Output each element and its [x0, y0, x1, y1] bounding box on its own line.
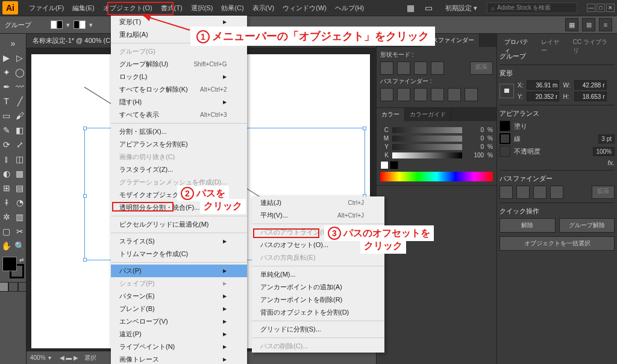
menuitem-画像トレース[interactable]: 画像トレース [111, 353, 247, 364]
outline-icon[interactable] [448, 88, 461, 101]
selection-tool-icon[interactable]: ▶ [0, 51, 13, 64]
transform-icon[interactable]: ⊞ [582, 18, 595, 31]
menuitem-グラデーションメッシュを作成(D)...[interactable]: グラデーションメッシュを作成(D)... [111, 176, 247, 189]
arrange-icon[interactable]: ▭ [422, 1, 436, 14]
fill-swatch-icon[interactable] [2, 257, 17, 271]
perspective-tool-icon[interactable]: ▦ [13, 167, 27, 180]
brush-tool-icon[interactable]: 🖌 [13, 109, 27, 122]
menu-edit[interactable]: 編集(E) [69, 2, 98, 14]
window-close-icon[interactable]: ✕ [606, 4, 615, 12]
object-menu-dropdown[interactable]: 変形(T)重ね順(A)グループ(G)グループ解除(U)Shift+Ctrl+Gロ… [111, 16, 247, 364]
slice-tool-icon[interactable]: ✂ [13, 225, 27, 238]
tab-properties[interactable]: プロパティ [500, 36, 536, 48]
menuitem-パターン(E)[interactable]: パターン(E) [111, 290, 247, 303]
fill-color-swatch[interactable] [500, 121, 510, 131]
minus-back-icon[interactable] [465, 88, 478, 101]
tab-align[interactable]: 整列 [399, 34, 421, 47]
fill-stroke-indicator[interactable]: ⇄ [2, 257, 24, 278]
eyedropper-tool-icon[interactable]: ⤉ [0, 196, 13, 209]
tab-transform[interactable]: 変形 [377, 34, 399, 47]
submenuitem-アンカーポイントを削除(R)[interactable]: アンカーポイントを削除(R) [252, 293, 384, 306]
lasso-tool-icon[interactable]: ◯ [13, 66, 27, 79]
graph-tool-icon[interactable]: ▥ [13, 210, 27, 224]
submenuitem-グリッドに分割(S)...[interactable]: グリッドに分割(S)... [252, 323, 384, 336]
menu-type[interactable]: 書式(T) [157, 2, 186, 14]
exclude-icon[interactable] [550, 186, 563, 199]
expand-button[interactable]: 拡張 [592, 186, 615, 199]
menu-object[interactable]: オブジェクト(O) [99, 2, 156, 14]
menuitem-モザイクオブジェクトを作成(J)...[interactable]: モザイクオブジェクトを作成(J)... [111, 189, 247, 201]
menuitem-遠近(P)[interactable]: 遠近(P) [111, 328, 247, 340]
crop-icon[interactable] [431, 88, 444, 101]
submenuitem-平均(V)...[interactable]: 平均(V)...Alt+Ctrl+J [252, 209, 384, 222]
path-submenu-dropdown[interactable]: 連結(J)Ctrl+J平均(V)...Alt+Ctrl+Jパスのアウトライン(U… [252, 196, 384, 353]
menuitem-スライス(S)[interactable]: スライス(S) [111, 235, 247, 248]
eraser-tool-icon[interactable]: ◧ [13, 124, 27, 137]
menuitem-グループ(G)[interactable]: グループ(G) [111, 45, 247, 58]
tab-color-guide[interactable]: カラーガイド [405, 108, 451, 121]
tab-pathfinder[interactable]: パスファインダー [421, 34, 480, 47]
menuitem-ブレンド(B)[interactable]: ブレンド(B) [111, 303, 247, 315]
menuitem-重ね順(A)[interactable]: 重ね順(A) [111, 28, 247, 41]
menuitem-分割・拡張(X)...[interactable]: 分割・拡張(X)... [111, 125, 247, 138]
minus-front-icon[interactable] [397, 61, 410, 75]
submenuitem-連結(J)[interactable]: 連結(J)Ctrl+J [252, 196, 384, 209]
select-similar-button[interactable]: オブジェクトを一括選択 [500, 236, 615, 251]
window-minimize-icon[interactable]: — [587, 4, 595, 12]
symbol-tool-icon[interactable]: ✲ [0, 210, 13, 224]
intersect-icon[interactable] [533, 186, 547, 199]
trim-icon[interactable] [397, 88, 410, 101]
rectangle-tool-icon[interactable]: ▭ [0, 109, 13, 122]
release-button[interactable]: 解除 [500, 218, 556, 233]
menuitem-変形(T)[interactable]: 変形(T) [111, 16, 247, 28]
spectrum-bar[interactable] [380, 172, 493, 181]
intersect-icon[interactable] [414, 61, 427, 75]
draw-behind-icon[interactable] [8, 282, 18, 292]
x-field[interactable] [527, 80, 559, 90]
fx-button[interactable]: fx. [500, 159, 615, 166]
menuitem-ラスタライズ(Z)...[interactable]: ラスタライズ(Z)... [111, 163, 247, 176]
zoom-tool-icon[interactable]: 🔍 [13, 239, 27, 253]
bridge-icon[interactable]: ▦ [404, 1, 418, 14]
zoom-level[interactable]: 400% [30, 354, 46, 361]
menuitem-画像の切り抜き(C)[interactable]: 画像の切り抜き(C) [111, 151, 247, 163]
workspace-preset[interactable]: 初期設定 ▾ [440, 2, 482, 14]
rotate-tool-icon[interactable]: ⟳ [0, 138, 13, 151]
menuitem-ロック(L)[interactable]: ロック(L) [111, 71, 247, 83]
magic-wand-tool-icon[interactable]: ✦ [0, 66, 13, 79]
menu-file[interactable]: ファイル(F) [25, 2, 67, 14]
expand-button[interactable]: 拡張 [470, 61, 493, 75]
submenuitem-単純化(M)...[interactable]: 単純化(M)... [252, 268, 384, 281]
line-tool-icon[interactable]: ╱ [13, 95, 27, 108]
curvature-tool-icon[interactable]: 〰 [13, 80, 27, 93]
h-field[interactable] [574, 92, 607, 101]
menuitem-ライブペイント(N)[interactable]: ライブペイント(N) [111, 340, 247, 353]
shaper-tool-icon[interactable]: ✎ [0, 124, 13, 137]
menuitem-すべてを表示[interactable]: すべてを表示Alt+Ctrl+3 [111, 108, 247, 121]
submenuitem-パスのオフセット(O)...[interactable]: パスのオフセット(O)... [252, 239, 384, 251]
menuitem-すべてをロック解除(K)[interactable]: すべてをロック解除(K)Alt+Ctrl+2 [111, 83, 247, 96]
menuitem-パス(P)[interactable]: パス(P) [111, 265, 247, 277]
gradient-tool-icon[interactable]: ▤ [13, 181, 27, 195]
draw-normal-icon[interactable] [0, 282, 8, 292]
ungroup-button[interactable]: グループ解除 [559, 218, 615, 233]
menuitem-トリムマークを作成(C)[interactable]: トリムマークを作成(C) [111, 248, 247, 260]
stroke-swatch[interactable] [74, 20, 86, 29]
tab-cc-libraries[interactable]: CC ライブラリ [568, 36, 615, 48]
direct-selection-tool-icon[interactable]: ▷ [13, 51, 27, 64]
menuitem-ピクセルグリッドに最適化(M)[interactable]: ピクセルグリッドに最適化(M) [111, 218, 247, 231]
shape-builder-tool-icon[interactable]: ◐ [0, 167, 13, 180]
type-tool-icon[interactable]: T [0, 95, 13, 108]
unite-icon[interactable] [500, 186, 513, 199]
y-field[interactable] [527, 92, 559, 101]
align-icon[interactable]: ▦ [565, 18, 578, 31]
swap-fill-stroke-icon[interactable]: ⇄ [19, 257, 24, 263]
stroke-weight-field[interactable]: 3 pt [598, 134, 615, 143]
menu-select[interactable]: 選択(S) [187, 2, 217, 14]
exclude-icon[interactable] [431, 61, 444, 75]
stroke-color-swatch[interactable] [500, 133, 510, 144]
fill-stroke-swatch[interactable] [51, 20, 63, 29]
search-input[interactable]: ⌕Adobe Stock を検索 [487, 2, 577, 13]
menuitem-シェイプ(P)[interactable]: シェイプ(P) [111, 277, 247, 290]
blend-tool-icon[interactable]: ◔ [13, 196, 27, 209]
